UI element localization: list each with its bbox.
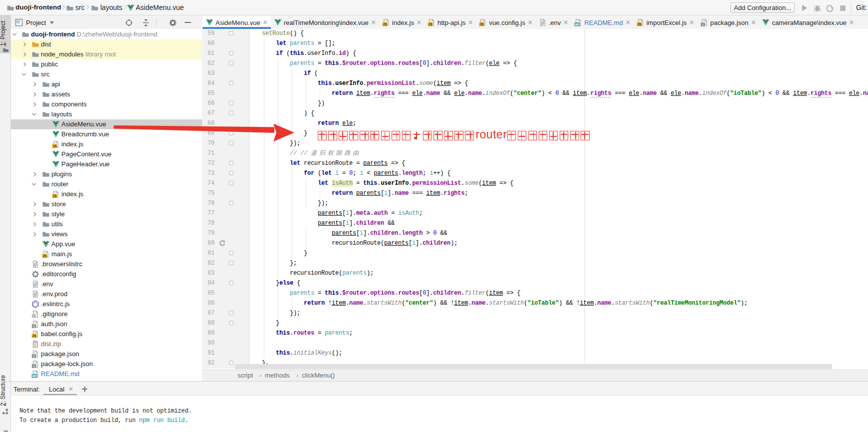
svg-text:JS: JS (480, 22, 484, 26)
svg-text:JS: JS (637, 22, 642, 26)
svg-text:JS: JS (53, 144, 57, 148)
svg-text:JS: JS (383, 22, 387, 26)
svg-text:JS: JS (428, 22, 433, 26)
svg-text:{ }: { } (32, 364, 36, 368)
svg-text:{ }: { } (32, 354, 36, 358)
svg-text:JS: JS (32, 334, 37, 338)
svg-text:MD: MD (32, 375, 37, 378)
svg-text:{ }: { } (701, 22, 705, 26)
svg-text:JS: JS (43, 254, 47, 258)
svg-text:{ }: { } (32, 324, 36, 328)
svg-text:JS: JS (53, 194, 57, 198)
svg-text:MD: MD (575, 23, 580, 26)
